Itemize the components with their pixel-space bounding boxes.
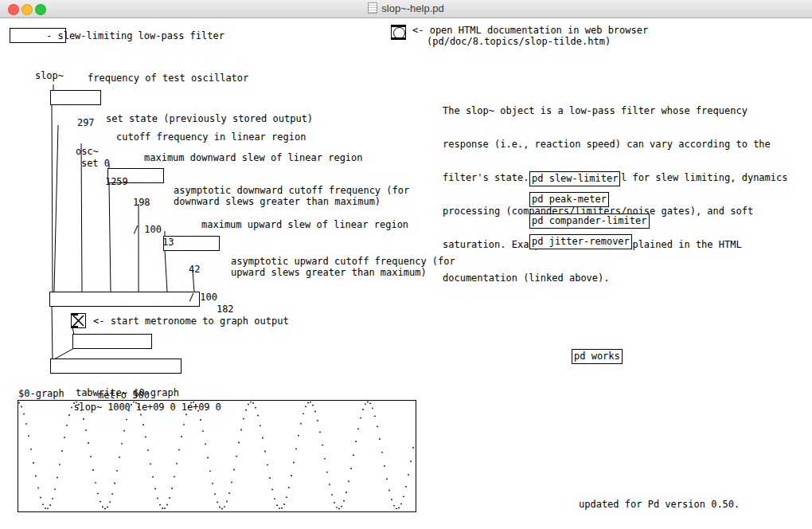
up-slew-number-box[interactable]: 42: [163, 217, 193, 232]
subpatch-peak-meter[interactable]: pd peak-meter: [529, 192, 609, 207]
tabwrite-object[interactable]: tabwrite~ $0-graph: [50, 359, 182, 374]
toggle-comment: <- start metronome to graph output: [93, 315, 289, 327]
metro-object[interactable]: metro 500: [72, 334, 152, 349]
subpatch-slew-limiter[interactable]: pd slew-limiter: [529, 171, 620, 186]
footer-note: updated for Pd version 0.50.: [579, 499, 740, 510]
osc-object[interactable]: osc~: [50, 90, 101, 105]
description-text: The slop~ object is a low-pass filter wh…: [443, 83, 787, 306]
window-title: slop~-help.pd: [0, 0, 812, 18]
metro-toggle[interactable]: [71, 313, 86, 328]
doc-path-comment: (pd/doc/8.topics/slop-tilde.htm): [427, 36, 611, 47]
outlet: [392, 37, 405, 40]
cutoff-comment: cutoff frequency in linear region: [116, 131, 306, 143]
up-slew-comment: maximum upward slew of linear region: [201, 219, 408, 230]
down-slew-comment: maximum downward slew of linear region: [144, 152, 363, 163]
window-titlebar: slop~-help.pd: [0, 0, 812, 18]
inlet: [392, 25, 405, 27]
subpatch-compander-limiter[interactable]: pd compander-limiter: [529, 214, 650, 229]
up-asym-comment: asymptotic upward cutoff frequency (foru…: [231, 256, 455, 278]
open-docs-bang-button[interactable]: [391, 25, 406, 40]
doc-hint-comment: <- open HTML documentation in web browse…: [412, 25, 648, 36]
set-comment: set state (previously stored output): [106, 113, 313, 124]
document-icon: [368, 2, 377, 14]
freq-comment: frequency of test oscillator: [88, 72, 248, 84]
pd-patch-window: slop~-help.pd slop~ - slew-limiting low-…: [0, 0, 812, 529]
inlet: [72, 313, 78, 315]
subpatch-jitter-remover[interactable]: pd jitter-remover: [529, 234, 632, 249]
array-graph: [18, 400, 416, 512]
down-asym-comment: asymptotic downward cutoff frequency (fo…: [174, 185, 409, 207]
outlet: [72, 326, 78, 328]
graph-waveform: [18, 401, 416, 511]
cutoff-number-box[interactable]: 1259: [80, 129, 110, 144]
down-slew-number-box[interactable]: 198: [107, 150, 138, 165]
graph-label: $0-graph: [18, 388, 64, 399]
tagline-comment: - slew-limiting low-pass filter: [46, 30, 224, 41]
slop-object[interactable]: slop~ 1000 1e+09 0 1e+09 0: [49, 292, 200, 307]
subpatch-works[interactable]: pd works: [572, 349, 623, 364]
